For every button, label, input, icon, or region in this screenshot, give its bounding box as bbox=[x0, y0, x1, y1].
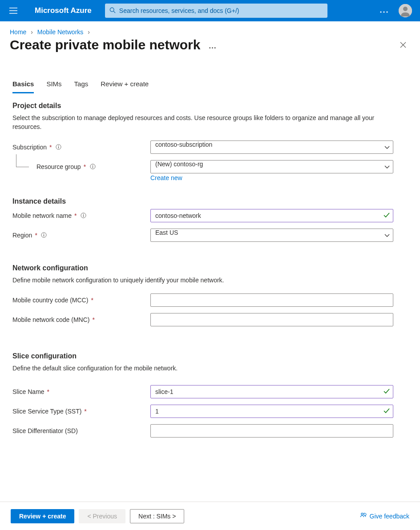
tab-tags[interactable]: Tags bbox=[74, 76, 89, 93]
slice-config-description: Define the default slice configuration f… bbox=[12, 364, 382, 373]
form-tabs: Basics SIMs Tags Review + create bbox=[0, 76, 420, 94]
required-indicator: * bbox=[84, 408, 86, 415]
search-input[interactable] bbox=[119, 7, 323, 14]
breadcrumb-mobile-networks[interactable]: Mobile Networks bbox=[37, 28, 83, 36]
mcc-input[interactable] bbox=[150, 293, 393, 307]
feedback-icon bbox=[360, 512, 367, 520]
mnc-input[interactable] bbox=[150, 313, 393, 326]
chevron-right-icon: › bbox=[88, 28, 90, 36]
network-config-description: Define mobile network configuration to u… bbox=[12, 276, 382, 285]
svg-point-17 bbox=[44, 233, 44, 234]
search-icon bbox=[109, 7, 116, 15]
svg-point-4 bbox=[386, 11, 388, 12]
subscription-label: Subscription* bbox=[12, 144, 150, 151]
project-details-description: Select the subscription to manage deploy… bbox=[12, 113, 382, 132]
required-indicator: * bbox=[74, 212, 77, 219]
global-search[interactable] bbox=[105, 4, 327, 18]
region-row: Region* East US bbox=[12, 229, 408, 242]
sst-label: Slice Service Type (SST)* bbox=[12, 408, 150, 415]
svg-rect-15 bbox=[83, 215, 84, 217]
mobile-network-name-row: Mobile network name* bbox=[12, 209, 408, 222]
mnc-row: Mobile network code (MNC)* bbox=[12, 313, 408, 326]
review-create-button[interactable]: Review + create bbox=[11, 509, 74, 523]
required-indicator: * bbox=[49, 144, 52, 151]
subscription-row: Subscription* contoso-subscription bbox=[12, 141, 408, 154]
instance-details-heading: Instance details bbox=[12, 197, 408, 205]
page-header: Create private mobile network … bbox=[0, 36, 420, 52]
resource-group-select[interactable]: (New) contoso-rg bbox=[150, 160, 393, 173]
resource-group-row: Resource group* (New) contoso-rg bbox=[12, 160, 408, 173]
brand-label[interactable]: Microsoft Azure bbox=[35, 6, 92, 15]
svg-line-1 bbox=[113, 11, 115, 13]
wizard-footer: Review + create < Previous Next : SIMs >… bbox=[0, 502, 420, 530]
breadcrumb: Home › Mobile Networks › bbox=[0, 21, 420, 36]
top-bar: Microsoft Azure bbox=[0, 0, 420, 21]
info-icon[interactable] bbox=[41, 232, 47, 238]
more-menu-icon[interactable] bbox=[377, 4, 391, 17]
subscription-select[interactable]: contoso-subscription bbox=[150, 141, 393, 154]
slice-name-label: Slice Name* bbox=[12, 388, 150, 395]
svg-point-11 bbox=[92, 165, 93, 166]
svg-point-19 bbox=[361, 513, 363, 515]
required-indicator: * bbox=[91, 297, 93, 304]
svg-point-0 bbox=[110, 8, 114, 12]
slice-name-input[interactable] bbox=[150, 385, 393, 398]
title-more-icon[interactable]: … bbox=[208, 41, 216, 51]
mnc-label: Mobile network code (MNC)* bbox=[12, 316, 150, 323]
user-avatar[interactable] bbox=[399, 4, 412, 17]
create-new-resource-group-link[interactable]: Create new bbox=[150, 174, 182, 181]
feedback-label: Give feedback bbox=[370, 513, 410, 520]
mobile-network-name-input[interactable] bbox=[150, 209, 393, 222]
info-icon[interactable] bbox=[81, 213, 87, 219]
form-content: Project details Select the subscription … bbox=[0, 94, 420, 438]
network-config-heading: Network configuration bbox=[12, 264, 408, 272]
sd-label: Slice Differentiator (SD) bbox=[12, 427, 150, 434]
info-icon[interactable] bbox=[56, 144, 62, 150]
mcc-label: Mobile country code (MCC)* bbox=[12, 297, 150, 304]
next-button[interactable]: Next : SIMs > bbox=[130, 509, 184, 523]
required-indicator: * bbox=[93, 316, 95, 323]
slice-name-row: Slice Name* bbox=[12, 385, 408, 398]
chevron-right-icon: › bbox=[31, 28, 33, 36]
svg-rect-12 bbox=[92, 166, 93, 168]
svg-point-14 bbox=[83, 214, 84, 215]
resource-group-label: Resource group* bbox=[12, 163, 150, 170]
breadcrumb-home[interactable]: Home bbox=[10, 28, 26, 36]
region-label: Region* bbox=[12, 232, 150, 239]
svg-point-8 bbox=[58, 145, 59, 146]
region-select[interactable]: East US bbox=[150, 229, 393, 242]
give-feedback-link[interactable]: Give feedback bbox=[360, 512, 410, 520]
mobile-network-name-label: Mobile network name* bbox=[12, 212, 150, 219]
info-icon[interactable] bbox=[89, 164, 96, 170]
tab-review-create[interactable]: Review + create bbox=[101, 76, 149, 93]
page-title: Create private mobile network bbox=[10, 37, 200, 52]
svg-point-2 bbox=[380, 11, 381, 12]
previous-button: < Previous bbox=[79, 509, 125, 523]
sst-row: Slice Service Type (SST)* bbox=[12, 405, 408, 418]
svg-rect-18 bbox=[44, 235, 44, 237]
tab-sims[interactable]: SIMs bbox=[46, 76, 61, 93]
hamburger-menu-icon[interactable] bbox=[4, 2, 22, 20]
tab-basics[interactable]: Basics bbox=[12, 76, 34, 93]
sd-input[interactable] bbox=[150, 424, 393, 438]
required-indicator: * bbox=[47, 388, 49, 395]
svg-point-3 bbox=[383, 11, 384, 12]
required-indicator: * bbox=[84, 163, 86, 170]
sst-input[interactable] bbox=[150, 405, 393, 418]
mcc-row: Mobile country code (MCC)* bbox=[12, 293, 408, 307]
close-icon[interactable] bbox=[396, 38, 410, 52]
svg-point-6 bbox=[403, 7, 408, 11]
sd-row: Slice Differentiator (SD) bbox=[12, 424, 408, 438]
slice-config-heading: Slice configuration bbox=[12, 352, 408, 360]
required-indicator: * bbox=[35, 232, 37, 239]
svg-rect-9 bbox=[58, 147, 59, 149]
project-details-heading: Project details bbox=[12, 102, 408, 110]
